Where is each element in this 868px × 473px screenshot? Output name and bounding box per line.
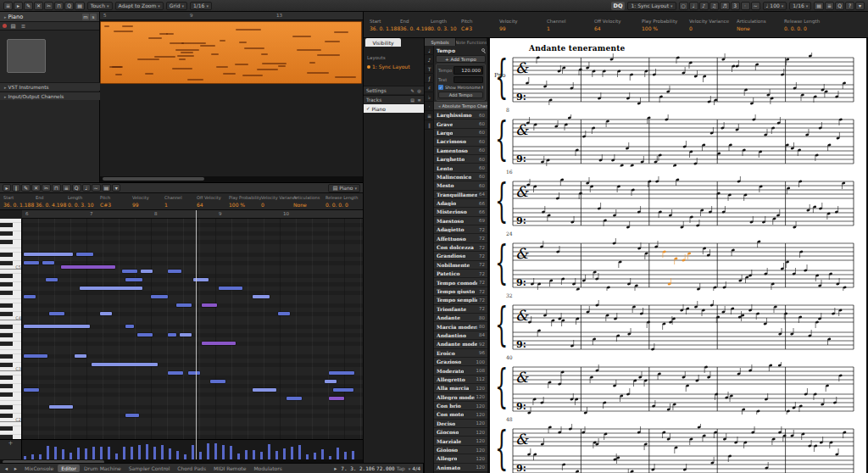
folder-io-channels[interactable]: ▸ Input/Output Channels xyxy=(0,92,100,100)
midi-note[interactable] xyxy=(219,287,242,290)
midi-note[interactable] xyxy=(24,253,73,256)
field-off-velocity[interactable]: Off Velocity64 xyxy=(195,195,227,208)
field-play-probability[interactable]: Play Probability100 % xyxy=(227,195,259,208)
tempo-list-item[interactable]: Malinconico60 xyxy=(434,173,487,181)
field-end[interactable]: End36. 0. 4.198 xyxy=(398,19,427,31)
key-editor-tool-icon[interactable]: ∥ xyxy=(12,184,20,192)
bottom-tab-drum-machine[interactable]: Drum Machine xyxy=(81,465,125,472)
note-value-button[interactable]: · xyxy=(741,2,750,10)
tempo-display[interactable]: ♩ 100▾ xyxy=(763,2,787,10)
velocity-bar[interactable] xyxy=(77,448,80,459)
pencil-icon[interactable]: ✎ xyxy=(409,87,415,93)
tab-symbols[interactable]: Symbols xyxy=(425,38,456,46)
midi-note[interactable] xyxy=(141,270,153,273)
midi-note[interactable] xyxy=(92,363,158,366)
velocity-bar[interactable] xyxy=(268,444,270,459)
tempo-list-item[interactable]: Tranquillamente64 xyxy=(434,191,487,199)
midi-note[interactable] xyxy=(24,261,39,264)
absolute-tempo-group-header[interactable]: ◂ Absolute Tempo Change xyxy=(434,102,487,109)
tempo-list-item[interactable]: Maestoso69 xyxy=(434,217,487,225)
key-editor-tool-icon[interactable]: ▾ xyxy=(112,184,120,192)
midi-note[interactable] xyxy=(49,405,73,409)
record-enable-icon[interactable] xyxy=(3,24,7,28)
key-editor-tool-icon[interactable]: ⊓ xyxy=(52,184,61,192)
midi-note[interactable] xyxy=(329,397,344,400)
tool-icon[interactable]: ✎ xyxy=(24,2,33,10)
arrangement-area[interactable]: 5913 xyxy=(100,12,363,182)
field-play-probability[interactable]: Play Probability100 % xyxy=(640,19,684,31)
tempo-list-item[interactable]: Lacrimoso60 xyxy=(434,137,487,146)
tempo-list-item[interactable]: Andante80 xyxy=(434,314,487,322)
tempo-list-item[interactable]: Andante moderato92 xyxy=(434,340,487,348)
note-value-button[interactable]: ♫ xyxy=(709,2,719,10)
velocity-bar[interactable] xyxy=(169,448,171,459)
tab-visibility[interactable]: Visibility xyxy=(365,38,401,47)
bottom-tab-modulators[interactable]: Modulators xyxy=(250,465,285,472)
field-velocity[interactable]: Velocity99 xyxy=(498,19,542,31)
velocity-bar[interactable] xyxy=(214,443,217,459)
tempo-list-item[interactable]: Marziale120 xyxy=(434,437,487,445)
tempo-list-item[interactable]: Grave60 xyxy=(434,120,487,128)
tool-icon[interactable]: ≡ xyxy=(3,2,13,10)
tempo-list-item[interactable]: Deciso120 xyxy=(434,420,487,428)
velocity-bar[interactable] xyxy=(245,450,248,459)
edit-channel-icon[interactable]: ≡ xyxy=(19,22,27,30)
metronome-checkbox[interactable]: ✓ xyxy=(438,85,443,90)
key-editor-tool-icon[interactable]: ~ xyxy=(92,184,101,192)
note-value-button[interactable]: ♩ xyxy=(689,2,698,10)
symbol-category-icon[interactable]: · xyxy=(425,102,434,111)
toolbar-icon[interactable]: ? xyxy=(845,2,854,10)
bottom-tab-midi-remote[interactable]: MIDI Remote xyxy=(210,465,249,472)
velocity-bar[interactable] xyxy=(108,447,110,459)
note-value-button[interactable]: 3 xyxy=(731,2,740,10)
tempo-list-item[interactable]: Grazioso100 xyxy=(434,358,487,366)
velocity-bar[interactable] xyxy=(230,446,232,459)
midi-note[interactable] xyxy=(42,261,54,264)
note-value-button[interactable]: ~ xyxy=(751,2,760,10)
tempo-text-field[interactable] xyxy=(453,76,483,83)
symbol-category-icon[interactable]: ♯ xyxy=(425,83,434,92)
midi-note[interactable] xyxy=(125,325,134,328)
key-editor-tool-icon[interactable]: ≡ xyxy=(62,184,71,192)
search-icon[interactable]: ◎ xyxy=(416,87,422,93)
midi-note[interactable] xyxy=(24,354,47,358)
note-value-button[interactable]: ♪ xyxy=(699,2,709,10)
velocity-bar[interactable] xyxy=(237,454,240,459)
tempo-list-item[interactable]: Tempo comodo72 xyxy=(434,278,487,287)
automation-mode-select[interactable]: Touch▾ xyxy=(87,2,113,10)
tempo-list-item[interactable]: Misterioso66 xyxy=(434,208,487,216)
midi-note[interactable] xyxy=(287,397,302,400)
velocity-bar[interactable] xyxy=(207,443,209,459)
key-editor-ruler[interactable]: 678910 xyxy=(22,210,363,219)
velocity-bar[interactable] xyxy=(298,445,301,459)
toolbar-icon[interactable]: Q xyxy=(835,2,844,10)
tempo-list-item[interactable]: Eroico96 xyxy=(434,349,487,358)
field-channel[interactable]: Channel1 xyxy=(545,19,589,31)
midi-note[interactable] xyxy=(278,312,290,315)
key-editor-tool-icon[interactable]: ✎ xyxy=(21,184,31,192)
midi-note[interactable] xyxy=(253,388,276,392)
midi-note[interactable] xyxy=(80,287,142,290)
midi-note[interactable] xyxy=(168,270,181,273)
field-pitch[interactable]: PitchC#3 xyxy=(459,19,488,31)
velocity-bar[interactable] xyxy=(70,453,72,459)
playhead[interactable] xyxy=(196,210,197,459)
velocity-bar[interactable] xyxy=(192,445,194,459)
symbol-category-icon[interactable]: ≡ xyxy=(425,111,434,120)
tool-icon[interactable]: ⊓ xyxy=(54,2,64,10)
midi-note[interactable] xyxy=(168,333,176,337)
tool-icon[interactable]: ✕ xyxy=(34,2,43,10)
scrollbar-thumb[interactable] xyxy=(103,177,204,181)
key-editor-tool-icon[interactable]: ✂ xyxy=(42,184,51,192)
tempo-list-item[interactable]: Larghissimo60 xyxy=(434,111,487,120)
add-tempo-button[interactable]: Add Tempo xyxy=(438,92,483,98)
midi-note[interactable] xyxy=(122,270,137,273)
velocity-bar[interactable] xyxy=(100,447,103,459)
field-articulations[interactable]: ArticulationsNone xyxy=(292,195,324,208)
tempo-list-item[interactable]: Adagio66 xyxy=(434,199,487,208)
tempo-list-item[interactable]: Lento60 xyxy=(434,164,487,172)
key-editor-tool-icon[interactable]: ▸ xyxy=(3,184,11,192)
toolbar-icon[interactable]: ▤ xyxy=(814,2,824,10)
editor-track-select[interactable]: ▤ Piano ▾ xyxy=(328,184,360,192)
tool-icon[interactable]: ▸ xyxy=(14,2,23,10)
